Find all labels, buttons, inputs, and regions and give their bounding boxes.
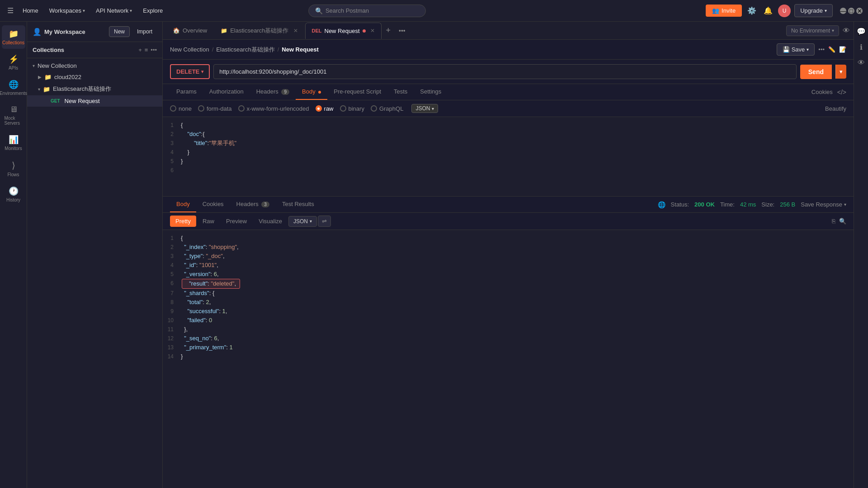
resp-view-pretty[interactable]: Pretty (170, 216, 196, 227)
method-chevron-icon: ▾ (201, 69, 203, 74)
search-bar[interactable]: 🔍 Search Postman (308, 5, 426, 17)
upgrade-button[interactable]: Upgrade ▾ (794, 4, 833, 17)
resp-tab-headers[interactable]: Headers 3 (230, 197, 276, 212)
save-response-button[interactable]: Save Response ▾ (801, 201, 846, 208)
json-format-dropdown[interactable]: JSON ▾ (411, 104, 438, 113)
resp-tab-body[interactable]: Body (170, 197, 196, 212)
req-tab-body[interactable]: Body (296, 84, 327, 100)
minimize-button[interactable]: — (840, 8, 846, 14)
environment-quick-look-icon[interactable]: 👁 (843, 27, 850, 35)
side-info-icon[interactable]: ℹ (858, 41, 864, 53)
sidebar-item-label: History (6, 197, 20, 202)
nav-explore[interactable]: Explore (139, 5, 166, 16)
sidebar-item-mock-servers[interactable]: 🖥 Mock Servers (2, 101, 25, 129)
raw-radio[interactable] (316, 105, 322, 112)
none-radio[interactable] (170, 105, 176, 112)
req-tab-params[interactable]: Params (170, 84, 203, 100)
req-tab-settings[interactable]: Settings (414, 84, 448, 100)
code-view-icon[interactable]: </> (837, 89, 846, 96)
edit-request-icon[interactable]: ✏️ (828, 46, 835, 53)
more-options-icon[interactable]: ••• (151, 47, 157, 53)
resp-view-raw[interactable]: Raw (197, 216, 220, 227)
body-option-graphql[interactable]: GraphQL (371, 105, 403, 112)
sidebar-item-monitors[interactable]: 📊 Monitors (2, 131, 25, 155)
save-button[interactable]: 💾 Save ▾ (777, 43, 815, 56)
body-option-raw[interactable]: raw (316, 105, 334, 112)
sidebar-item-collections[interactable]: 📁 Collections (2, 25, 25, 49)
hamburger-menu-icon[interactable]: ☰ (5, 5, 15, 17)
nav-workspaces[interactable]: Workspaces ▾ (46, 5, 89, 16)
resp-view-visualize[interactable]: Visualize (253, 216, 288, 227)
sidebar-item-apis[interactable]: ⚡ APIs (2, 51, 25, 74)
search-response-icon[interactable]: 🔍 (839, 218, 846, 225)
body-option-form-data[interactable]: form-data (198, 105, 232, 112)
req-tab-headers[interactable]: Headers 9 (250, 84, 296, 100)
req-tab-authorization[interactable]: Authorization (203, 84, 250, 100)
resp-json-dropdown[interactable]: JSON ▾ (288, 216, 317, 227)
maximize-button[interactable]: □ (848, 8, 854, 14)
binary-radio[interactable] (340, 105, 346, 112)
invite-button[interactable]: 👥 Invite (706, 5, 742, 17)
close-button[interactable]: ✕ (856, 8, 863, 14)
tree-item-cloud2022[interactable]: ▶ 📁 cloud2022 (27, 71, 162, 83)
add-tab-button[interactable]: + (382, 26, 395, 35)
elasticsearch-label: Elasticsearch基础操作 (53, 85, 111, 93)
sort-icon[interactable]: ≡ (145, 47, 148, 53)
tab-new-request[interactable]: DEL New Request ✕ (305, 23, 382, 39)
beautify-button[interactable]: Beautify (825, 105, 846, 112)
close-elasticsearch-tab-icon[interactable]: ✕ (293, 28, 298, 34)
close-new-request-tab-icon[interactable]: ✕ (370, 28, 375, 34)
resp-code-line-4: 4 "_id": "1001", (163, 261, 854, 270)
nav-api-network[interactable]: API Network ▾ (92, 5, 136, 16)
tree-item-new-request[interactable]: GET New Request (27, 95, 162, 107)
body-option-urlencoded[interactable]: x-www-form-urlencoded (238, 105, 309, 112)
send-button[interactable]: Send (800, 65, 832, 79)
docs-icon[interactable]: 📝 (839, 46, 846, 53)
invite-icon: 👥 (712, 7, 719, 14)
resp-view-preview[interactable]: Preview (221, 216, 252, 227)
resp-tab-test-results[interactable]: Test Results (276, 197, 321, 212)
urlencoded-radio[interactable] (238, 105, 245, 112)
body-options: none form-data x-www-form-urlencoded raw… (163, 100, 854, 117)
request-body-editor[interactable]: 1 { 2 "doc":{ 3 "title":"苹果手机" (163, 117, 854, 196)
environment-dropdown[interactable]: No Environment ▾ (786, 25, 839, 36)
sidebar-item-flows[interactable]: ⟩ Flows (2, 156, 25, 181)
tab-new-request-label: New Request (325, 28, 360, 34)
body-option-none[interactable]: none (170, 105, 192, 112)
body-option-binary[interactable]: binary (340, 105, 364, 112)
new-button[interactable]: New (109, 26, 130, 37)
breadcrumb-elasticsearch[interactable]: Elasticsearch基础操作 (216, 46, 274, 54)
send-options-button[interactable]: ▾ (835, 65, 846, 79)
tree-item-elasticsearch[interactable]: ▾ 📁 Elasticsearch基础操作 (27, 83, 162, 95)
sidebar-item-environments[interactable]: 🌐 Environments (2, 76, 25, 99)
overview-icon: 🏠 (173, 27, 180, 34)
nav-home[interactable]: Home (19, 5, 42, 16)
add-collection-icon[interactable]: + (138, 47, 142, 53)
tree-item-new-collection[interactable]: ▾ New Collection (27, 60, 162, 71)
more-tabs-icon[interactable]: ••• (395, 27, 409, 34)
import-button[interactable]: Import (132, 26, 157, 37)
code-line: 4 } (163, 148, 854, 157)
tab-elasticsearch[interactable]: 📁 Elasticsearch基础操作 ✕ (214, 23, 304, 39)
req-tab-tests[interactable]: Tests (387, 84, 414, 100)
breadcrumb-new-collection[interactable]: New Collection (170, 46, 209, 53)
side-eye-icon[interactable]: 👁 (856, 57, 867, 69)
wrap-lines-icon[interactable]: ⇌ (318, 216, 331, 227)
cookies-link[interactable]: Cookies (811, 89, 833, 95)
side-comments-icon[interactable]: 💬 (855, 25, 868, 38)
graphql-radio[interactable] (371, 105, 377, 112)
tab-method-badge: DEL (312, 28, 322, 33)
notification-icon[interactable]: 🔔 (762, 5, 774, 17)
req-tab-pre-request[interactable]: Pre-request Script (327, 84, 387, 100)
avatar[interactable]: U (778, 5, 791, 17)
status-label: Status: (671, 201, 689, 208)
url-input[interactable] (213, 64, 796, 79)
form-data-radio[interactable] (198, 105, 204, 112)
resp-tab-cookies[interactable]: Cookies (196, 197, 230, 212)
settings-icon[interactable]: ⚙️ (745, 5, 758, 17)
more-request-options-icon[interactable]: ••• (818, 46, 825, 53)
tab-overview[interactable]: 🏠 Overview (166, 23, 213, 39)
method-dropdown[interactable]: DELETE ▾ (170, 64, 210, 79)
copy-response-icon[interactable]: ⎘ (832, 218, 835, 225)
sidebar-item-history[interactable]: 🕐 History (2, 183, 25, 206)
